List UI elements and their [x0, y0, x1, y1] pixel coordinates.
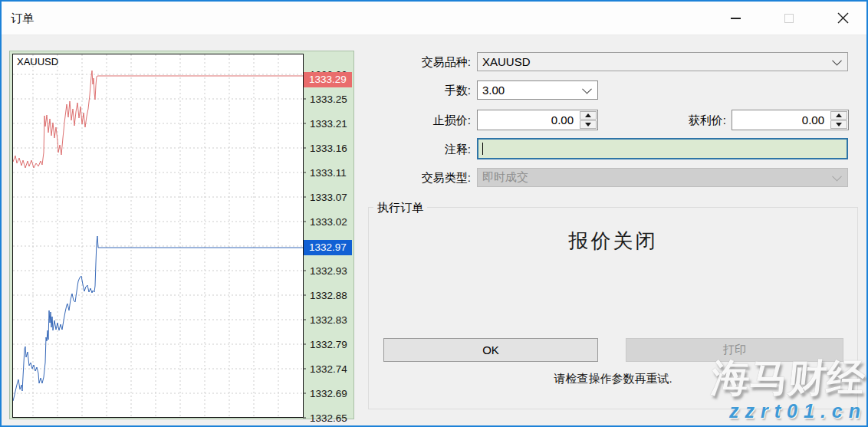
close-button[interactable]: [825, 2, 860, 34]
volume-select-value: 3.00: [482, 84, 505, 97]
stop-loss-value: 0.00: [478, 110, 577, 130]
price-scale: 1332.651332.691332.741332.791332.831332.…: [303, 51, 353, 419]
price-scale-label: 1332.93: [310, 265, 347, 277]
maximize-button[interactable]: [771, 2, 807, 34]
arrow-down-icon: [836, 123, 842, 126]
scale-tick: [303, 344, 306, 345]
chevron-down-icon: [832, 171, 842, 181]
price-scale-label: 1333.07: [310, 192, 347, 203]
arrow-up-icon: [585, 113, 591, 117]
volume-select[interactable]: 3.00: [477, 80, 598, 100]
maximize-icon: [784, 14, 794, 23]
watermark-site: zzrt01.cn: [646, 400, 866, 422]
price-scale-label: 1332.69: [310, 388, 347, 399]
tick-chart-canvas: [13, 54, 303, 417]
minimize-button[interactable]: [718, 2, 753, 34]
take-profit-spinner: [830, 111, 847, 129]
scale-tick: [303, 148, 306, 149]
take-profit-input[interactable]: 0.00: [732, 110, 849, 130]
scale-tick: [303, 271, 306, 271]
price-scale-label: 1332.88: [310, 290, 347, 301]
chevron-down-icon: [582, 84, 592, 94]
trade-type-value: 即时成交: [482, 170, 528, 185]
symbol-select-value: XAUUSD: [482, 55, 531, 68]
arrow-up-icon: [836, 113, 842, 117]
execute-order-group-title: 执行订单: [373, 201, 427, 215]
scale-tick: [303, 418, 306, 419]
spinner-down-button[interactable]: [830, 120, 847, 129]
symbol-select[interactable]: XAUUSD: [477, 52, 848, 71]
trade-type-select: 即时成交: [477, 168, 848, 187]
price-scale-label: 1332.83: [310, 314, 347, 326]
price-scale-label: 1332.74: [310, 363, 347, 375]
price-scale-label: 1332.65: [310, 412, 347, 424]
take-profit-value: 0.00: [732, 110, 828, 130]
spinner-up-button[interactable]: [830, 111, 847, 120]
window-controls: [718, 2, 860, 34]
spinner-up-button[interactable]: [580, 111, 597, 120]
chart-symbol-label: XAUUSD: [17, 56, 58, 67]
order-dialog-window: 订单 XAUUSD 1332.651332.691332.741332.7913…: [0, 0, 868, 427]
close-icon: [837, 11, 850, 25]
scale-tick: [303, 320, 306, 320]
ok-button[interactable]: OK: [383, 338, 598, 362]
bid-price-badge: 1332.97: [304, 240, 352, 255]
scale-tick: [303, 123, 306, 124]
scale-tick: [303, 99, 306, 100]
tick-chart-panel: XAUUSD 1332.651332.691332.741332.791332.…: [9, 51, 354, 419]
arrow-down-icon: [585, 123, 591, 126]
take-profit-label: 获利价:: [615, 113, 726, 128]
spinner-down-button[interactable]: [580, 120, 597, 129]
scale-tick: [303, 172, 306, 173]
scale-tick: [303, 197, 306, 198]
price-scale-label: 1333.02: [310, 216, 347, 228]
scale-tick: [303, 222, 306, 222]
window-title: 订单: [11, 2, 34, 34]
text-caret: [482, 143, 483, 155]
stop-loss-label: 止损价:: [339, 113, 471, 128]
chevron-down-icon: [832, 55, 842, 65]
volume-label: 手数:: [339, 84, 471, 98]
scale-tick: [303, 369, 306, 370]
symbol-label: 交易品种:: [339, 55, 471, 70]
scale-tick: [303, 393, 306, 394]
comment-label: 注释:: [339, 143, 471, 157]
watermark-brand: 海马财经: [643, 353, 867, 404]
stop-loss-spinner: [580, 111, 597, 129]
stop-loss-input[interactable]: 0.00: [477, 110, 598, 130]
scale-tick: [303, 295, 306, 296]
minimize-icon: [731, 18, 741, 19]
trade-type-label: 交易类型:: [339, 171, 471, 186]
price-scale-label: 1332.79: [310, 339, 347, 350]
quotes-closed-status: 报价关闭: [369, 228, 857, 255]
tick-chart-plot: XAUUSD: [12, 54, 304, 418]
comment-input[interactable]: [477, 138, 848, 159]
title-bar: 订单: [2, 2, 866, 35]
